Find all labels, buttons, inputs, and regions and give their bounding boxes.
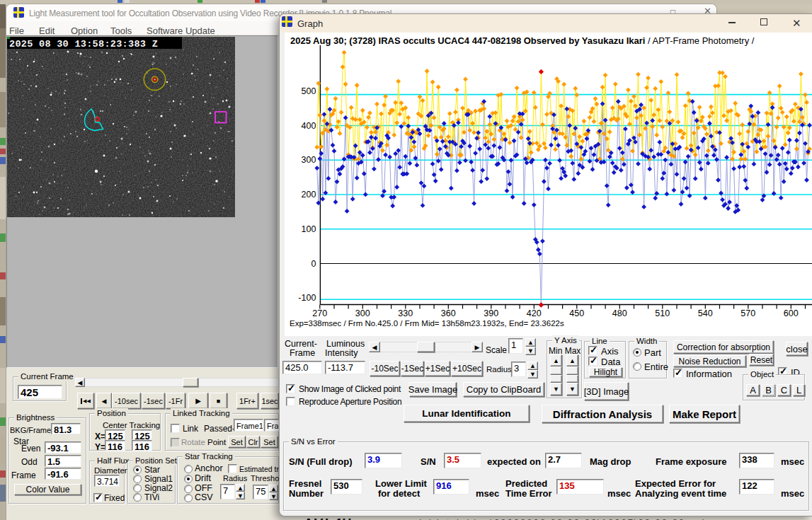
svg-text:390: 390 [484, 308, 498, 318]
svg-text:420: 420 [527, 308, 542, 318]
svg-text:510: 510 [655, 308, 670, 318]
svg-text:450: 450 [569, 308, 584, 318]
svg-text:500: 500 [302, 86, 316, 96]
svg-text:600: 600 [784, 308, 799, 318]
svg-text:400: 400 [302, 121, 316, 131]
svg-text:300: 300 [355, 308, 370, 318]
svg-text:480: 480 [612, 308, 627, 318]
svg-text:200: 200 [302, 190, 316, 200]
svg-text:570: 570 [740, 308, 755, 318]
svg-text:270: 270 [312, 308, 327, 318]
svg-text:2025 08 30 13:58:23:383 Z: 2025 08 30 13:58:23:383 Z [9, 39, 158, 50]
svg-text:300: 300 [302, 155, 316, 165]
svg-text:-100: -100 [298, 293, 316, 303]
svg-text:540: 540 [698, 308, 713, 318]
svg-text:0: 0 [311, 259, 316, 269]
svg-text:360: 360 [441, 308, 456, 318]
svg-text:100: 100 [302, 224, 316, 234]
svg-text:330: 330 [398, 308, 413, 318]
